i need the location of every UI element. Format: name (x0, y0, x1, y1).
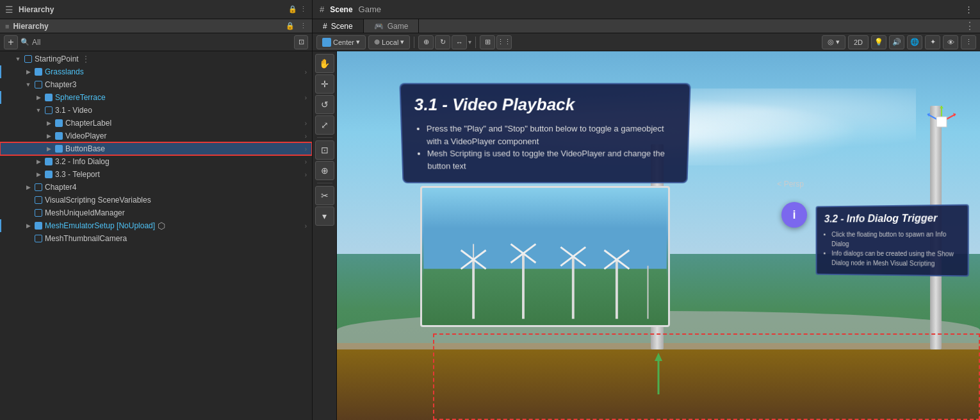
custom-tool[interactable]: ✂ (315, 186, 334, 205)
move-tool[interactable]: ✛ (315, 74, 334, 94)
tools-chevron[interactable]: ▾ (468, 38, 471, 46)
tree-item-chapterlabel[interactable]: ▶ ChapterLabel › (0, 117, 312, 130)
arrow-meshemulator: › (305, 223, 307, 230)
scale-tool[interactable]: ⤢ (315, 115, 334, 135)
scene-tab-top[interactable]: Scene (330, 5, 352, 14)
tab-menu-icon[interactable]: ⋮ (960, 20, 980, 32)
expand-sphereterrace[interactable]: ▶ (33, 92, 44, 103)
tree-item-startingpoint[interactable]: ▼ StartingPoint ⋮ (0, 53, 312, 65)
rect-tool[interactable]: ⊡ (315, 140, 334, 160)
2d-mode-btn[interactable]: 2D (848, 35, 869, 49)
grid-btn[interactable]: ⊞ (480, 35, 495, 49)
lock-panel-icon[interactable]: 🔒 (286, 22, 295, 30)
more-options-icon[interactable]: ⋮ (300, 5, 307, 13)
local-icon: ⊕ (374, 38, 380, 46)
visibility-btn[interactable]: 👁 (943, 35, 958, 49)
hamburger-menu-icon[interactable]: ☰ (5, 4, 13, 15)
arrow-buttonbase: › (305, 146, 307, 153)
expand-meshthumbnail (23, 233, 33, 244)
expand-teleport33[interactable]: ▶ (33, 169, 44, 180)
tree-item-sphereterrace[interactable]: ▶ SphereTerrace › (0, 91, 312, 104)
label-infodialog32: 3.2 - Info Dialog (55, 157, 110, 166)
svg-rect-0 (423, 188, 666, 269)
icon-meshemulator (33, 221, 44, 231)
game-tab-top[interactable]: Game (357, 4, 383, 14)
hierarchy-title-top: Hierarchy (19, 5, 54, 14)
render-mode-btn[interactable]: ◎ ▾ (822, 35, 845, 49)
expand-video31[interactable]: ▼ (33, 105, 44, 115)
blue-line-meshemulator (0, 219, 1, 232)
local-dropdown[interactable]: ⊕ Local ▾ (368, 35, 410, 49)
more-btn[interactable]: ⋮ (961, 35, 976, 49)
folder-icon[interactable]: ⊡ (294, 35, 308, 49)
move-tool-btn[interactable]: ⊕ (418, 35, 434, 49)
tree-item-teleport33[interactable]: ▶ 3.3 - Teleport › (0, 168, 312, 181)
more-tool[interactable]: ▾ (315, 206, 334, 226)
expand-infodialog32[interactable]: ▶ (33, 156, 44, 167)
tree-item-meshthumbnail[interactable]: MeshThumbnailCamera (0, 232, 312, 245)
icon-videoplayer (54, 131, 64, 141)
info-bullet-32-2: Info dialogs can be created using the Sh… (831, 249, 960, 269)
scale-tool-btn[interactable]: ↔ (452, 35, 467, 49)
tree-item-video31[interactable]: ▼ 3.1 - Video (0, 104, 312, 117)
arrow-infodialog32: › (305, 158, 307, 165)
scene-3d-viewport[interactable]: 3.1 - Video Playback Press the "Play" an… (337, 51, 980, 420)
center-dropdown[interactable]: Center ▾ (316, 35, 366, 49)
hash-icon: # (318, 4, 326, 14)
snap-btn[interactable]: ⋮⋮ (496, 35, 512, 49)
expand-buttonbase[interactable]: ▶ (44, 144, 54, 154)
more-panel-icon[interactable]: ⋮ (300, 22, 307, 30)
skybox-btn[interactable]: 🌐 (907, 35, 922, 49)
windmill-svg (422, 188, 668, 325)
info-i-icon: i (792, 208, 796, 222)
transform-tool[interactable]: ⊕ (315, 161, 334, 180)
tree-item-buttonbase[interactable]: ▶ ButtonBase › (0, 142, 312, 155)
more-startingpoint[interactable]: ⋮ (81, 54, 90, 64)
icon-grasslands (33, 67, 44, 77)
game-tab-icon: 🎮 (374, 22, 384, 31)
scene-right-tools: ◎ ▾ 2D 💡 🔊 🌐 ✦ 👁 ⋮ (822, 35, 976, 49)
icon-meshunique (33, 208, 44, 218)
expand-meshunique (23, 208, 33, 218)
expand-chapter4[interactable]: ▶ (23, 182, 33, 192)
add-button[interactable]: + (4, 35, 18, 49)
tool-separator-2 (317, 183, 332, 183)
scene-tab[interactable]: # Scene (313, 19, 364, 33)
more-options-right-icon[interactable]: ⋮ (963, 4, 975, 14)
label-meshthumbnail: MeshThumbnailCamera (45, 234, 127, 243)
light-btn[interactable]: 💡 (871, 35, 886, 49)
tree-item-chapter3[interactable]: ▼ Chapter3 (0, 78, 312, 91)
svg-marker-19 (940, 106, 943, 108)
game-tab[interactable]: 🎮 Game (364, 19, 420, 33)
info-circle-button[interactable]: i (781, 202, 807, 228)
lock-icon[interactable]: 🔒 (288, 5, 297, 13)
hierarchy-hamburger-icon[interactable]: ≡ (5, 22, 9, 30)
expand-chapterlabel[interactable]: ▶ (44, 118, 54, 128)
info-bullets-31: Press the "Play" and "Stop" button below… (414, 122, 675, 172)
center-icon (322, 38, 331, 47)
expand-meshemulator[interactable]: ▶ (23, 221, 33, 231)
tree-item-videoplayer[interactable]: ▶ VideoPlayer › (0, 130, 312, 142)
blue-line-grasslands (0, 65, 1, 78)
arrow-grasslands: › (305, 69, 307, 76)
hand-tool[interactable]: ✋ (315, 54, 334, 73)
expand-startingpoint[interactable]: ▼ (13, 54, 23, 64)
audio-btn[interactable]: 🔊 (889, 35, 904, 49)
tree-item-infodialog32[interactable]: ▶ 3.2 - Info Dialog › (0, 155, 312, 168)
rotate-tool[interactable]: ↺ (315, 95, 334, 114)
rotate-tool-btn[interactable]: ↻ (435, 35, 450, 49)
gizmos-btn[interactable]: ✦ (925, 35, 940, 49)
tree-item-grasslands[interactable]: ▶ Grasslands › (0, 65, 312, 78)
tree-item-meshunique[interactable]: MeshUniqueIdManager (0, 206, 312, 219)
tree-item-visualscripting[interactable]: VisualScripting SceneVariables (0, 194, 312, 206)
local-label: Local (382, 38, 398, 46)
local-chevron: ▾ (400, 38, 404, 46)
tree-item-chapter4[interactable]: ▶ Chapter4 (0, 181, 312, 194)
expand-grasslands[interactable]: ▶ (23, 67, 33, 77)
expand-chapter3[interactable]: ▼ (23, 80, 33, 90)
tree-item-meshemulator[interactable]: ▶ MeshEmulatorSetup [NoUpload] ⬡ › (0, 219, 312, 232)
arrow-chapterlabel: › (305, 120, 307, 127)
icon-sphereterrace (44, 92, 54, 103)
expand-videoplayer[interactable]: ▶ (44, 131, 54, 141)
transform-gizmo (646, 349, 671, 401)
